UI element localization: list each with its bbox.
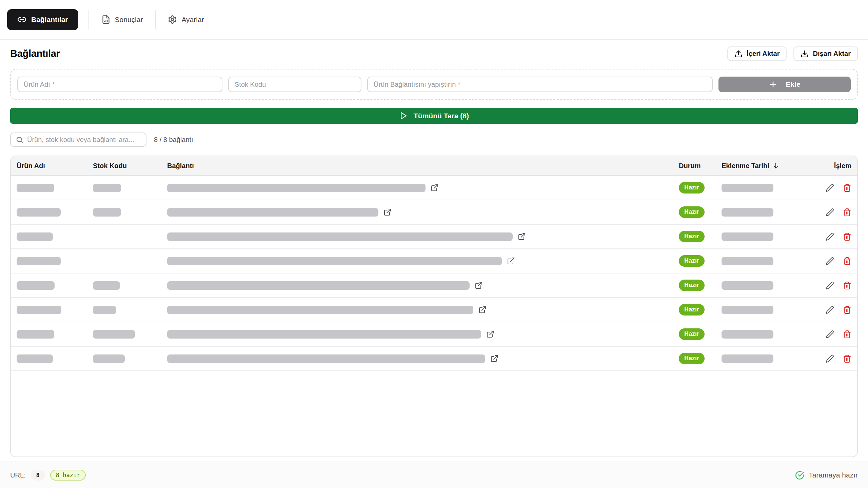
open-link-button[interactable]	[490, 354, 498, 363]
trash-icon	[843, 306, 851, 314]
action-cell	[817, 208, 851, 217]
product-name-placeholder-bar	[17, 354, 53, 363]
link-placeholder-bar	[167, 232, 513, 241]
status-cell: Hazır	[679, 304, 722, 316]
open-link-button[interactable]	[475, 281, 483, 289]
trash-icon	[843, 184, 851, 192]
status-badge: Hazır	[679, 255, 705, 267]
trash-icon	[843, 281, 851, 290]
product-link-input[interactable]	[367, 77, 713, 92]
edit-button[interactable]	[826, 306, 834, 314]
link-cell	[167, 232, 679, 241]
product-name-cell	[17, 281, 93, 290]
delete-button[interactable]	[843, 354, 851, 363]
edit-button[interactable]	[826, 330, 834, 339]
product-name-cell	[17, 184, 93, 192]
open-link-button[interactable]	[518, 232, 526, 241]
app-window: Bağlantılar Sonuçlar Ayarlar Bağlantılar	[0, 0, 868, 488]
edit-button[interactable]	[826, 184, 834, 192]
search-input[interactable]	[27, 136, 141, 144]
stock-code-cell	[93, 354, 167, 363]
product-name-cell	[17, 257, 93, 265]
delete-button[interactable]	[843, 232, 851, 241]
tab-ayarlar[interactable]: Ayarlar	[166, 15, 206, 24]
title-row: Bağlantılar İçeri Aktar Dışarı Aktar	[10, 46, 858, 61]
title-actions: İçeri Aktar Dışarı Aktar	[727, 46, 858, 61]
date-cell	[722, 354, 817, 363]
product-name-cell	[17, 232, 93, 241]
status-badge: Hazır	[679, 280, 705, 291]
link-placeholder-bar	[167, 184, 426, 192]
pencil-icon	[826, 354, 834, 363]
date-placeholder-bar	[722, 232, 773, 241]
date-cell	[722, 330, 817, 339]
delete-button[interactable]	[843, 306, 851, 314]
date-cell	[722, 257, 817, 265]
scan-all-button[interactable]: Tümünü Tara (8)	[10, 108, 858, 124]
open-link-button[interactable]	[486, 330, 494, 338]
play-icon	[399, 111, 408, 120]
tab-sonuclar[interactable]: Sonuçlar	[99, 15, 145, 24]
status-bar-right: Taramaya hazır	[795, 471, 858, 480]
product-name-cell	[17, 208, 93, 217]
pencil-icon	[826, 232, 834, 241]
link-placeholder-bar	[167, 257, 502, 265]
edit-button[interactable]	[826, 208, 834, 217]
trash-icon	[843, 354, 851, 363]
add-label: Ekle	[786, 80, 800, 88]
open-link-button[interactable]	[431, 184, 439, 192]
export-button[interactable]: Dışarı Aktar	[793, 46, 858, 61]
link-placeholder-bar	[167, 281, 470, 290]
stock-code-placeholder-bar	[93, 184, 121, 192]
column-header-stok-kodu: Stok Kodu	[93, 162, 167, 170]
delete-button[interactable]	[843, 257, 851, 265]
action-cell	[817, 281, 851, 290]
edit-button[interactable]	[826, 281, 834, 290]
top-nav: Bağlantılar Sonuçlar Ayarlar	[0, 0, 868, 40]
search-box	[10, 133, 146, 147]
link-placeholder-bar	[167, 354, 485, 363]
delete-button[interactable]	[843, 184, 851, 192]
pencil-icon	[826, 184, 834, 192]
stock-code-input[interactable]	[228, 77, 361, 92]
delete-button[interactable]	[843, 208, 851, 217]
table-header-row: Ürün Adı Stok Kodu Bağlantı Durum Eklenm…	[11, 156, 857, 176]
edit-button[interactable]	[826, 354, 834, 363]
edit-button[interactable]	[826, 257, 834, 265]
external-link-icon	[490, 354, 498, 363]
import-button[interactable]: İçeri Aktar	[727, 46, 787, 61]
date-placeholder-bar	[722, 208, 773, 217]
link-placeholder-bar	[167, 330, 481, 339]
status-badge: Hazır	[679, 231, 705, 242]
stock-code-placeholder-bar	[93, 281, 120, 290]
open-link-button[interactable]	[478, 306, 487, 314]
scan-status-text: Taramaya hazır	[809, 471, 858, 479]
date-cell	[722, 184, 817, 192]
delete-button[interactable]	[843, 330, 851, 339]
column-header-eklenme-tarihi[interactable]: Eklenme Tarihi	[722, 162, 817, 170]
product-name-cell	[17, 306, 93, 314]
product-name-placeholder-bar	[17, 330, 54, 339]
gear-icon	[168, 15, 177, 24]
add-button[interactable]: Ekle	[718, 77, 851, 92]
links-table: Ürün Adı Stok Kodu Bağlantı Durum Eklenm…	[10, 156, 858, 457]
external-link-icon	[431, 184, 439, 192]
delete-button[interactable]	[843, 281, 851, 290]
edit-button[interactable]	[826, 232, 834, 241]
nav-divider	[155, 10, 156, 29]
status-cell: Hazır	[679, 328, 722, 340]
tab-baglantilar[interactable]: Bağlantılar	[7, 9, 78, 30]
search-row: 8 / 8 bağlantı	[10, 133, 858, 147]
table-row: Hazır	[11, 322, 857, 347]
status-badge: Hazır	[679, 182, 705, 194]
link-cell	[167, 306, 679, 314]
plus-icon	[769, 80, 777, 89]
table-row: Hazır	[11, 176, 857, 200]
stock-code-cell	[93, 306, 167, 314]
product-name-input[interactable]	[17, 77, 222, 92]
open-link-button[interactable]	[383, 208, 392, 216]
open-link-button[interactable]	[507, 257, 515, 265]
pencil-icon	[826, 208, 834, 217]
tab-label: Bağlantılar	[31, 16, 68, 24]
external-link-icon	[518, 232, 526, 241]
